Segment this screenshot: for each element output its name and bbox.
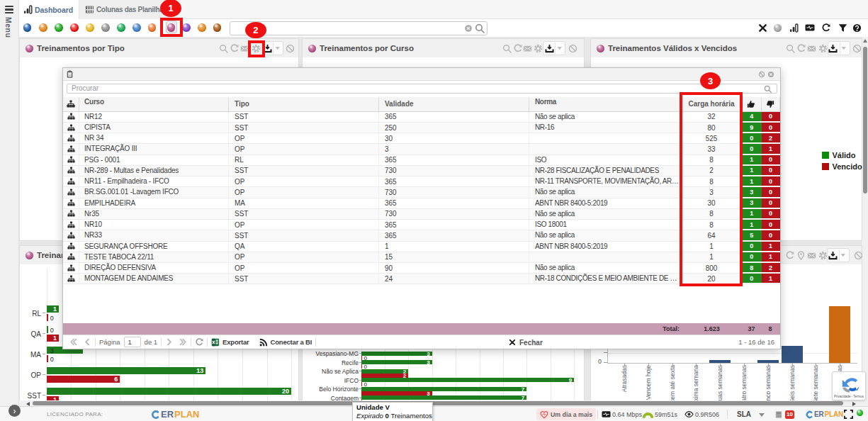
scroll-left-arrow[interactable]: [26, 402, 30, 406]
dashboard-ball-3[interactable]: [55, 23, 63, 32]
notebook-icon[interactable]: [774, 407, 783, 421]
col-curso[interactable]: Curso: [79, 97, 229, 111]
table-row[interactable]: NR33SST365Não se aplica6450: [63, 230, 780, 241]
gear-icon[interactable]: [818, 251, 828, 260]
vertical-scrollbar[interactable]: [862, 37, 868, 406]
tab-dashboard[interactable]: Dashboard: [19, 0, 79, 19]
disable-icon[interactable]: [854, 251, 863, 260]
gear-icon[interactable]: [534, 44, 543, 53]
caret-down-icon[interactable]: [840, 45, 848, 52]
dashboard-ball-8[interactable]: [133, 23, 141, 32]
tab-colunas-das-planilhas[interactable]: Colunas das Planilhas: [79, 0, 171, 19]
caret-down-icon[interactable]: [274, 45, 282, 52]
connect-bi-button[interactable]: Conectar a BI: [271, 338, 312, 346]
export-button[interactable]: Exportar: [222, 338, 249, 346]
refresh-icon[interactable]: [513, 44, 522, 53]
sla-caret-icon[interactable]: [759, 413, 765, 417]
caret-down-icon[interactable]: [840, 252, 847, 259]
search-magnifier-icon[interactable]: [475, 23, 485, 33]
dashboard-ball-4[interactable]: [70, 23, 79, 32]
one-more-day-badge[interactable]: Um dia a mais: [536, 408, 596, 420]
search-icon[interactable]: [786, 44, 795, 53]
modal-close-icon[interactable]: [767, 71, 774, 78]
help-icon[interactable]: [852, 23, 862, 33]
notification-badge[interactable]: 10: [785, 410, 794, 419]
modal-search-input[interactable]: Procurar: [67, 84, 777, 94]
dashboard-ball-12[interactable]: [198, 23, 206, 32]
global-search-input[interactable]: [233, 22, 460, 35]
recaptcha-badge[interactable]: Privacidade - Termos: [832, 371, 866, 400]
legend-valid[interactable]: Válido: [822, 151, 856, 159]
first-page-button[interactable]: [69, 338, 77, 346]
dashboard-ball-5[interactable]: [86, 23, 94, 32]
search-icon[interactable]: [502, 44, 512, 53]
close-icon[interactable]: [758, 23, 767, 33]
mail-icon[interactable]: [807, 251, 816, 260]
col-tipo[interactable]: Tipo: [229, 97, 379, 111]
excel-icon[interactable]: [211, 338, 220, 347]
gray-ball-icon[interactable]: [774, 24, 782, 32]
thumbs-up-icon[interactable]: [742, 97, 762, 111]
previous-page-button[interactable]: [84, 338, 91, 346]
dashboard-ball-11[interactable]: [182, 23, 191, 32]
table-row[interactable]: DIREÇÃO DEFENSIVAOP90Não se aplica80082: [63, 263, 780, 274]
table-row[interactable]: TESTE TABOCA 22/11OP15101: [63, 252, 780, 263]
bar-chart-icon[interactable]: [789, 23, 799, 33]
mail-icon[interactable]: [807, 44, 816, 53]
download-icon[interactable]: [828, 44, 838, 53]
activity-icon[interactable]: [805, 23, 815, 33]
table-row[interactable]: BR.SG.001.01 -Lavagem IFCOOP730Não se ap…: [63, 187, 780, 198]
hamburger-menu-icon[interactable]: [5, 6, 13, 13]
dashboard-ball-2[interactable]: [39, 23, 47, 32]
table-row[interactable]: EMPILHADEIRAMA365ABNT NBR 8400-5:2019303…: [63, 198, 780, 209]
mail-icon[interactable]: [523, 44, 532, 53]
bi-icon[interactable]: [259, 338, 268, 347]
gear-icon[interactable]: [818, 44, 828, 53]
page-input[interactable]: 1: [124, 337, 141, 347]
horizontal-scrollbar[interactable]: [19, 400, 862, 406]
table-row[interactable]: PSG - 0001RL365ISO810: [63, 155, 780, 166]
dashboard-ball-9[interactable]: [148, 23, 157, 32]
filter-icon[interactable]: [838, 23, 847, 33]
table-row[interactable]: NR10OP365ISO 18001810: [63, 220, 780, 230]
last-page-button[interactable]: [179, 338, 187, 346]
expand-footer-button[interactable]: ›: [9, 405, 21, 417]
scroll-right-arrow[interactable]: [852, 402, 856, 406]
table-row[interactable]: CIPISTASST250NR-168090: [63, 123, 780, 133]
table-row[interactable]: NR 34OP3052502: [63, 133, 780, 144]
table-row[interactable]: MONTAGEM DE ANDAIMESSST24NR-18 CONDIÇÕES…: [63, 274, 780, 284]
table-row[interactable]: SEGURANÇA OFFSHOREQA1ABNT NBR 8400-5:201…: [63, 242, 780, 252]
sla-label[interactable]: SLA: [737, 407, 751, 421]
next-page-button[interactable]: [165, 338, 173, 346]
horizontal-scroll-thumb[interactable]: [33, 401, 843, 405]
table-row[interactable]: INTEGRAÇÃO IIIOP33301: [63, 144, 780, 155]
dashboard-ball-1[interactable]: [23, 23, 32, 32]
refresh-icon[interactable]: [230, 44, 239, 53]
close-modal-button[interactable]: Fechar: [509, 335, 543, 349]
caret-down-icon[interactable]: [556, 45, 564, 52]
dashboard-ball-7[interactable]: [117, 23, 125, 32]
disable-icon[interactable]: [852, 44, 862, 53]
col-norma[interactable]: Norma: [529, 97, 682, 111]
dashboard-ball-13[interactable]: [213, 23, 222, 32]
vertical-scroll-thumb[interactable]: [863, 47, 867, 193]
disable-icon[interactable]: [286, 44, 295, 53]
download-icon[interactable]: [545, 44, 554, 53]
table-row[interactable]: Nr35SST730Não se aplica810: [63, 209, 780, 220]
table-row[interactable]: NR-289 - Multas e PenalidadesSST730NR-28…: [63, 166, 780, 176]
table-row[interactable]: NR12SST365Não se aplica3240: [63, 112, 780, 123]
search-clear-icon[interactable]: [464, 24, 473, 33]
legend-expired[interactable]: Vencido: [822, 162, 862, 171]
col-validade[interactable]: Validade: [379, 97, 529, 111]
table-row[interactable]: NR11 - Empilhadeira - IFCOOP365NR-11 TRA…: [63, 176, 780, 187]
scroll-up-arrow[interactable]: [863, 39, 867, 43]
clipboard-icon[interactable]: [66, 70, 74, 78]
fullscreen-icon[interactable]: [844, 407, 853, 421]
disable-icon[interactable]: [568, 44, 577, 53]
thumbs-down-icon[interactable]: [762, 97, 780, 111]
refresh-icon[interactable]: [821, 23, 830, 33]
refresh-icon[interactable]: [785, 251, 794, 260]
location-icon[interactable]: [796, 251, 806, 260]
modal-disable-icon[interactable]: [758, 71, 765, 78]
refresh-table-button[interactable]: [195, 338, 203, 347]
